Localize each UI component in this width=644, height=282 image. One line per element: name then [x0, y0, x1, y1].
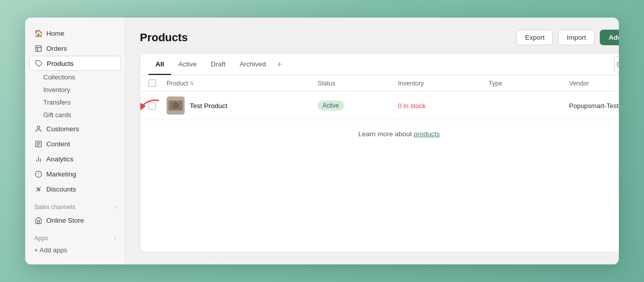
search-filter-button[interactable]	[614, 56, 619, 72]
sidebar-item-inventory[interactable]: Inventory	[25, 83, 125, 96]
products-table: Product ⇅ Status Inventory Type Vendor	[140, 75, 619, 148]
sidebar-item-discounts[interactable]: Discounts	[25, 181, 125, 197]
sidebar-item-products[interactable]: Products	[29, 56, 121, 71]
th-inventory: Inventory	[398, 80, 489, 87]
main-content: Products Export Import Add product All A…	[126, 18, 619, 264]
status-cell: Active	[317, 101, 398, 111]
th-product: Product ⇅	[167, 80, 317, 87]
sort-icon-product: ⇅	[190, 80, 194, 86]
svg-point-18	[617, 62, 619, 66]
svg-rect-26	[172, 104, 180, 108]
tab-archived[interactable]: Archived	[232, 54, 273, 75]
svg-point-15	[37, 187, 38, 189]
sidebar: 🏠 Home Orders Products Collections Inven…	[25, 18, 126, 264]
vendor-cell: Popupsmart-Test	[569, 101, 619, 110]
orders-icon	[34, 44, 42, 52]
tab-active[interactable]: Active	[171, 54, 204, 75]
sidebar-item-content-label: Content	[46, 140, 70, 148]
header-actions: Export Import Add product	[516, 30, 619, 45]
sidebar-item-customers-label: Customers	[46, 125, 79, 133]
inventory-cell: 0 in stock	[398, 101, 489, 110]
export-button[interactable]: Export	[516, 30, 553, 45]
import-button[interactable]: Import	[558, 30, 594, 45]
add-apps-item[interactable]: + Add apps	[25, 244, 125, 256]
sidebar-item-analytics[interactable]: Analytics	[25, 151, 125, 166]
th-vendor: Vendor	[569, 80, 619, 87]
svg-point-4	[37, 126, 40, 128]
sidebar-item-analytics-label: Analytics	[46, 155, 73, 163]
tab-all[interactable]: All	[148, 54, 171, 75]
th-type: Type	[489, 80, 569, 87]
sidebar-item-online-store[interactable]: Online Store	[25, 213, 125, 228]
product-name: Test Product	[190, 102, 227, 110]
svg-point-16	[39, 190, 40, 191]
sidebar-item-collections[interactable]: Collections	[25, 71, 125, 83]
sidebar-item-online-store-label: Online Store	[46, 217, 84, 224]
learn-more-link[interactable]: products	[414, 130, 440, 138]
product-thumbnail	[167, 97, 185, 115]
vendor-value: Popupsmart-Test	[569, 102, 618, 110]
chevron-right-icon: ›	[114, 204, 116, 210]
products-icon	[35, 59, 43, 67]
sidebar-item-products-label: Products	[47, 60, 73, 67]
th-status: Status	[317, 80, 398, 87]
sidebar-item-customers[interactable]: Customers	[25, 121, 125, 136]
select-all-checkbox[interactable]	[148, 79, 156, 87]
page-title: Products	[140, 31, 188, 44]
row-checkbox[interactable]	[148, 102, 156, 110]
tab-draft[interactable]: Draft	[204, 54, 232, 75]
sidebar-item-home-label: Home	[46, 30, 64, 37]
learn-more-section: Learn more about products	[140, 120, 619, 148]
customers-icon	[34, 125, 42, 133]
home-icon: 🏠	[34, 29, 42, 37]
sidebar-item-marketing-label: Marketing	[46, 170, 76, 178]
sidebar-item-content[interactable]: Content	[25, 136, 125, 151]
add-tab-button[interactable]: +	[273, 54, 286, 75]
table-row[interactable]: Test Product Active 0 in stock Popupsmar…	[140, 91, 619, 120]
products-card: All Active Draft Archived +	[140, 53, 619, 252]
marketing-icon	[34, 170, 42, 178]
main-header: Products Export Import Add product	[140, 30, 619, 45]
sidebar-item-orders-label: Orders	[46, 45, 67, 52]
store-icon	[34, 216, 42, 224]
content-icon	[34, 140, 42, 148]
sidebar-item-gift-cards[interactable]: Gift cards	[25, 109, 125, 121]
sales-channels-section: Sales channels ›	[25, 197, 125, 213]
status-badge: Active	[317, 101, 344, 111]
tabs-bar: All Active Draft Archived +	[140, 54, 619, 75]
table-header: Product ⇅ Status Inventory Type Vendor	[140, 75, 619, 91]
sidebar-item-home[interactable]: 🏠 Home	[25, 26, 125, 41]
product-cell: Test Product	[167, 97, 317, 115]
apps-section: Apps ›	[25, 228, 125, 244]
analytics-icon	[34, 155, 42, 163]
sidebar-item-transfers[interactable]: Transfers	[25, 96, 125, 109]
inventory-value: 0 in stock	[398, 102, 426, 110]
sidebar-item-marketing[interactable]: Marketing	[25, 166, 125, 181]
chevron-right-icon-apps: ›	[114, 235, 116, 241]
discounts-icon	[34, 185, 42, 193]
sidebar-item-discounts-label: Discounts	[46, 185, 76, 193]
add-product-button[interactable]: Add product	[600, 30, 619, 45]
tabs-right-actions	[614, 56, 619, 72]
svg-rect-0	[35, 45, 41, 51]
sidebar-item-orders[interactable]: Orders	[25, 41, 125, 56]
